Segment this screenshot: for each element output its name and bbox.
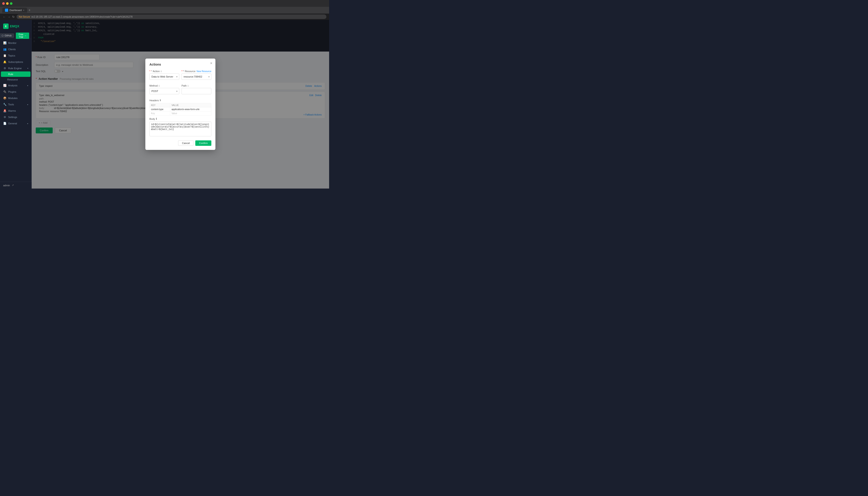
method-field-label: Method ℹ bbox=[149, 84, 179, 87]
modal-action-resource-row: * * Action ℹ Data to Web Server bbox=[149, 70, 211, 82]
close-dot[interactable] bbox=[2, 2, 5, 5]
plugins-icon: 🔌 bbox=[3, 90, 6, 93]
modal-title: Actions bbox=[149, 63, 211, 66]
not-secure-label: Not Secure bbox=[19, 16, 30, 18]
tools-icon: 🔧 bbox=[3, 103, 6, 106]
body-info-icon: ℹ bbox=[156, 117, 157, 120]
logo-icon: E bbox=[3, 24, 9, 29]
admin-label: admin bbox=[3, 184, 10, 187]
tab-title: Dashboard bbox=[10, 9, 22, 12]
monitor-icon: 📊 bbox=[3, 41, 6, 45]
sidebar-label-clients: Clients bbox=[8, 48, 28, 51]
tab-favicon bbox=[5, 9, 8, 12]
action-info-icon: ℹ bbox=[161, 70, 162, 73]
free-trial-button[interactable]: Free Trial → bbox=[16, 33, 29, 39]
sidebar-label-general: General bbox=[8, 122, 26, 125]
sidebar-item-topics[interactable]: 📋 Topics bbox=[0, 52, 31, 59]
clients-icon: 👥 bbox=[3, 48, 6, 51]
tools-arrow: ▸ bbox=[27, 104, 28, 106]
body-section: Body ℹ id=${clientid}&lat=${latitude}&lo… bbox=[149, 117, 211, 137]
sidebar-label-plugins: Plugins bbox=[8, 90, 28, 93]
rule-engine-arrow: ▾ bbox=[27, 67, 28, 69]
header-value-cell[interactable]: application/x-www-form-urle bbox=[170, 107, 211, 111]
sidebar-item-alarms[interactable]: 🚨 Alarms bbox=[0, 108, 31, 114]
sidebar-item-settings[interactable]: ⚙ Settings bbox=[0, 114, 31, 120]
path-info-icon: ℹ bbox=[188, 84, 189, 87]
key-placeholder[interactable]: Key bbox=[149, 111, 170, 115]
sidebar-label-modules: Modules bbox=[8, 97, 28, 99]
actions-modal: Actions × * * Action ℹ Data to Web Serve… bbox=[145, 59, 216, 150]
sidebar: E EMQX 🔔 ⬡ GitHub Free Trial → 📊 Monitor… bbox=[0, 20, 32, 188]
arrow-icon: → bbox=[24, 34, 27, 37]
sidebar-item-rule[interactable]: Rule bbox=[1, 72, 31, 77]
forward-button[interactable]: → bbox=[7, 15, 11, 18]
header-key-cell[interactable]: content-type bbox=[149, 107, 170, 111]
path-field: Path ℹ bbox=[182, 84, 211, 94]
modal-close-button[interactable]: × bbox=[210, 61, 212, 65]
tab-bar: Dashboard × + bbox=[0, 7, 329, 14]
logout-icon[interactable]: ↗ bbox=[12, 184, 14, 187]
github-icon: ⬡ bbox=[2, 34, 4, 37]
method-info-icon: ℹ bbox=[159, 84, 160, 87]
maximize-dot[interactable] bbox=[10, 2, 13, 5]
browser-tab[interactable]: Dashboard × bbox=[2, 8, 27, 13]
modal-confirm-button[interactable]: Confirm bbox=[195, 140, 211, 146]
sidebar-item-plugins[interactable]: 🔌 Plugins bbox=[0, 89, 31, 95]
resource-select[interactable]: resource:708402 bbox=[182, 74, 211, 80]
key-header: KEY bbox=[149, 103, 170, 107]
rule-engine-icon: ⚙ bbox=[3, 67, 6, 70]
logo-text: EMQX bbox=[10, 25, 19, 28]
modal-footer: Cancel Confirm bbox=[149, 140, 211, 146]
modal-cancel-button[interactable]: Cancel bbox=[178, 140, 193, 146]
sidebar-item-analysis[interactable]: 📈 Analysis ▸ bbox=[0, 82, 31, 89]
url-text: ec2-18-191-185-127.us-east-2.compute.ama… bbox=[31, 16, 132, 18]
sidebar-label-tools: Tools bbox=[8, 103, 26, 106]
sidebar-item-monitor[interactable]: 📊 Monitor bbox=[0, 40, 31, 46]
github-button[interactable]: ⬡ GitHub bbox=[0, 33, 14, 38]
resource-field-label: * * Resource New Resource bbox=[182, 70, 211, 73]
sidebar-item-subscriptions[interactable]: 🔔 Subscriptions bbox=[0, 59, 31, 65]
sidebar-item-clients[interactable]: 👥 Clients bbox=[0, 46, 31, 52]
new-tab-button[interactable]: + bbox=[29, 8, 31, 12]
action-field: * * Action ℹ Data to Web Server bbox=[149, 70, 179, 80]
headers-table: KEY VALUE content-type application/x-www… bbox=[149, 103, 211, 115]
sidebar-label-rule-engine: Rule Engine bbox=[8, 67, 26, 69]
path-field-label: Path ℹ bbox=[182, 84, 211, 87]
headers-info-icon: ℹ bbox=[160, 99, 161, 102]
resource-field: * * Resource New Resource resource:70840… bbox=[182, 70, 211, 80]
sidebar-label-settings: Settings bbox=[8, 116, 28, 119]
modal-overlay: Actions × * * Action ℹ Data to Web Serve… bbox=[32, 20, 329, 188]
method-select-wrap: POST bbox=[149, 88, 179, 94]
action-select[interactable]: Data to Web Server bbox=[149, 74, 179, 80]
modal-method-path-row: Method ℹ POST Path ℹ bbox=[149, 84, 211, 97]
tab-close-icon[interactable]: × bbox=[23, 9, 25, 12]
path-input[interactable] bbox=[182, 88, 211, 94]
value-placeholder[interactable]: Value bbox=[170, 111, 211, 115]
sidebar-label-monitor: Monitor bbox=[8, 42, 28, 44]
alarms-icon: 🚨 bbox=[3, 109, 6, 112]
minimize-dot[interactable] bbox=[6, 2, 9, 5]
action-select-wrap: Data to Web Server bbox=[149, 74, 179, 80]
new-resource-link[interactable]: New Resource bbox=[196, 70, 211, 73]
method-select[interactable]: POST bbox=[149, 88, 179, 94]
reload-button[interactable]: ↻ bbox=[12, 15, 15, 18]
address-bar: ← → ↻ Not Secure ec2-18-191-185-127.us-e… bbox=[0, 14, 329, 20]
sidebar-item-resource[interactable]: Resource bbox=[0, 77, 31, 82]
sidebar-item-modules[interactable]: 📦 Modules bbox=[0, 95, 31, 101]
admin-bar: admin ↗ bbox=[0, 182, 32, 188]
header-row: content-type application/x-www-form-urle bbox=[149, 107, 211, 111]
analysis-icon: 📈 bbox=[3, 84, 6, 87]
sidebar-label-topics: Topics bbox=[8, 54, 28, 57]
settings-icon: ⚙ bbox=[3, 115, 6, 119]
resource-select-wrap: resource:708402 bbox=[182, 74, 211, 80]
url-box[interactable]: Not Secure ec2-18-191-185-127.us-east-2.… bbox=[16, 14, 327, 19]
back-button[interactable]: ← bbox=[3, 15, 6, 18]
general-arrow: ▸ bbox=[27, 123, 28, 125]
sidebar-item-tools[interactable]: 🔧 Tools ▸ bbox=[0, 101, 31, 108]
sidebar-item-general[interactable]: 📄 General ▸ bbox=[0, 120, 31, 127]
body-textarea[interactable]: id=${clientid}&lat=${latitude}&lon=${lon… bbox=[149, 122, 211, 136]
subscriptions-icon: 🔔 bbox=[3, 60, 6, 63]
method-field: Method ℹ POST bbox=[149, 84, 179, 94]
modules-icon: 📦 bbox=[3, 96, 6, 100]
sidebar-item-rule-engine[interactable]: ⚙ Rule Engine ▾ bbox=[0, 65, 31, 72]
